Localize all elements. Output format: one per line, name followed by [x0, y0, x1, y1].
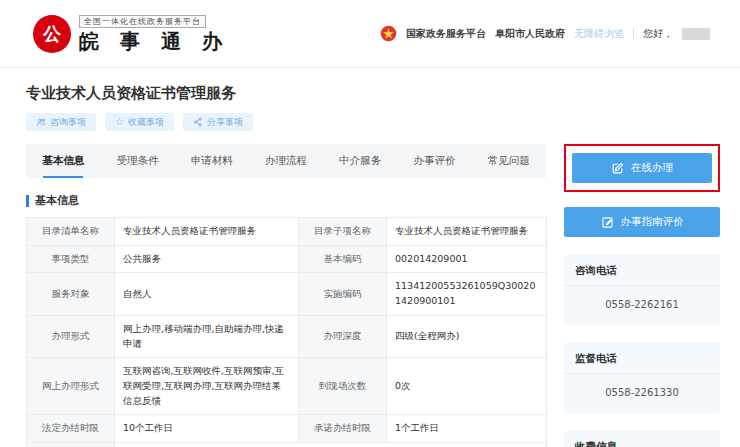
table-row: 服务对象 自然人 实施编码 11341200553261059Q30020142…: [27, 273, 547, 315]
consult-phone-number: 0558-2262161: [564, 286, 720, 325]
info-label: 办理深度: [299, 315, 387, 357]
nav-divider: [633, 28, 634, 39]
consult-item-button[interactable]: 咨询事项: [26, 113, 96, 131]
consult-phone-title: 咨询电话: [564, 255, 720, 286]
greeting-text: 您好，: [643, 27, 673, 41]
main-column: 基本信息 受理条件 申请材料 办理流程 中介服务 办事评价 常见问题 基本信息 …: [26, 144, 546, 447]
info-value: 公共服务: [115, 245, 299, 273]
info-label: 基本编码: [299, 245, 387, 273]
table-row: 网上办理形式 互联网咨询,互联网收件,互联网预审,互联网受理,互联网办理,互联网…: [27, 358, 547, 415]
nav-accessibility-link[interactable]: 无障碍浏览: [574, 27, 624, 41]
info-value: 自然人: [115, 273, 299, 315]
info-value: 1个工作日: [387, 415, 547, 443]
page-content: 专业技术人员资格证书管理服务 咨询事项 ☆ 收藏事项 分享事项: [0, 84, 740, 447]
info-value: 10个工作日: [115, 415, 299, 443]
info-label: 网上办理形式: [27, 358, 115, 415]
info-label: 到现场次数: [299, 358, 387, 415]
annotation-highlight-box: 在线办理: [564, 144, 720, 192]
top-nav: 国家政务服务平台 阜阳市人民政府 无障碍浏览 您好，: [380, 25, 710, 42]
user-name-redacted: [682, 28, 710, 40]
section-title: 基本信息: [35, 193, 79, 208]
supervision-phone-card: 监督电话 0558-2261330: [564, 343, 720, 413]
info-value: 四级(全程网办): [387, 315, 547, 357]
info-label: 事项类型: [27, 245, 115, 273]
info-value: 互联网咨询,互联网收件,互联网预审,互联网受理,互联网办理,互联网办理结果信息反…: [115, 358, 299, 415]
consult-phone-card: 咨询电话 0558-2262161: [564, 255, 720, 325]
supervision-phone-title: 监督电话: [564, 343, 720, 374]
info-value-address: 三清路666号阜阳市民中心三楼2号厅人力资源政务服务窗口/阜阳市清河东路579号…: [115, 443, 547, 447]
info-value: 11341200553261059Q300201420900101: [387, 273, 547, 315]
info-value: 0次: [387, 358, 547, 415]
info-label: 承诺办结时限: [299, 415, 387, 443]
online-process-button[interactable]: 在线办理: [572, 153, 712, 183]
national-emblem-icon: [380, 25, 397, 42]
document-pen-icon: [611, 162, 624, 175]
info-label: 目录子项名称: [299, 218, 387, 246]
platform-tagline: 全国一体化在线政务服务平台: [79, 15, 206, 29]
info-value: 专业技术人员资格证书管理服务: [387, 218, 547, 246]
tab-acceptance-conditions[interactable]: 受理条件: [100, 144, 174, 178]
top-header: 公 全国一体化在线政务服务平台 皖 事 通 办 国家政务服务平台 阜阳市人民政府…: [0, 0, 740, 68]
nav-city-government[interactable]: 阜阳市人民政府: [495, 27, 565, 41]
action-chips: 咨询事项 ☆ 收藏事项 分享事项: [26, 113, 714, 131]
share-item-button[interactable]: 分享事项: [183, 113, 253, 131]
guide-evaluation-label: 办事指南评价: [621, 215, 684, 229]
basic-info-table: 目录清单名称 专业技术人员资格证书管理服务 目录子项名称 专业技术人员资格证书管…: [26, 217, 547, 447]
info-label: 办理形式: [27, 315, 115, 357]
edit-square-icon: [601, 216, 614, 229]
logo-icon: 公: [34, 16, 70, 52]
info-value: 专业技术人员资格证书管理服务: [115, 218, 299, 246]
consult-icon: [36, 117, 46, 127]
consult-item-label: 咨询事项: [50, 118, 86, 127]
tab-intermediary-service[interactable]: 中介服务: [323, 144, 397, 178]
sidebar: 在线办理 办事指南评价 咨询电话 0558-2262161 监督电话 0558-: [564, 144, 720, 447]
page-title: 专业技术人员资格证书管理服务: [26, 84, 714, 103]
fee-info-card: 收费信息: [564, 431, 720, 447]
tab-process-flow[interactable]: 办理流程: [249, 144, 323, 178]
supervision-phone-number: 0558-2261330: [564, 374, 720, 413]
info-label: 目录清单名称: [27, 218, 115, 246]
share-item-label: 分享事项: [207, 118, 243, 127]
info-label: 服务对象: [27, 273, 115, 315]
table-row: 办理形式 网上办理,移动端办理,自助端办理,快递申请 办理深度 四级(全程网办): [27, 315, 547, 357]
info-value: 002014209001: [387, 245, 547, 273]
online-process-label: 在线办理: [631, 161, 673, 175]
table-row: 法定办结时限 10个工作日 承诺办结时限 1个工作日: [27, 415, 547, 443]
guide-evaluation-button[interactable]: 办事指南评价: [564, 207, 720, 237]
tab-application-materials[interactable]: 申请材料: [175, 144, 249, 178]
share-icon: [193, 117, 203, 127]
tab-faq[interactable]: 常见问题: [472, 144, 546, 178]
table-row: 目录清单名称 专业技术人员资格证书管理服务 目录子项名称 专业技术人员资格证书管…: [27, 218, 547, 246]
info-label: 法定办结时限: [27, 415, 115, 443]
favorite-item-label: 收藏事项: [128, 118, 164, 127]
info-label: 实施编码: [299, 273, 387, 315]
fee-info-title: 收费信息: [564, 431, 720, 447]
platform-logo[interactable]: 公 全国一体化在线政务服务平台 皖 事 通 办: [34, 15, 229, 53]
table-row: 事项类型 公共服务 基本编码 002014209001: [27, 245, 547, 273]
tab-bar: 基本信息 受理条件 申请材料 办理流程 中介服务 办事评价 常见问题: [26, 144, 546, 178]
tab-basic-info[interactable]: 基本信息: [26, 144, 100, 178]
info-value: 网上办理,移动端办理,自助端办理,快递申请: [115, 315, 299, 357]
star-icon: ☆: [115, 117, 124, 127]
tab-service-evaluation[interactable]: 办事评价: [397, 144, 471, 178]
brand-name: 皖 事 通 办: [79, 30, 229, 52]
favorite-item-button[interactable]: ☆ 收藏事项: [105, 113, 174, 131]
table-row: 办理地点 三清路666号阜阳市民中心三楼2号厅人力资源政务服务窗口/阜阳市清河东…: [27, 443, 547, 447]
nav-national-platform[interactable]: 国家政务服务平台: [406, 27, 486, 41]
section-header: 基本信息: [26, 193, 546, 208]
info-label: 办理地点: [27, 443, 115, 447]
section-accent-bar: [26, 195, 29, 207]
